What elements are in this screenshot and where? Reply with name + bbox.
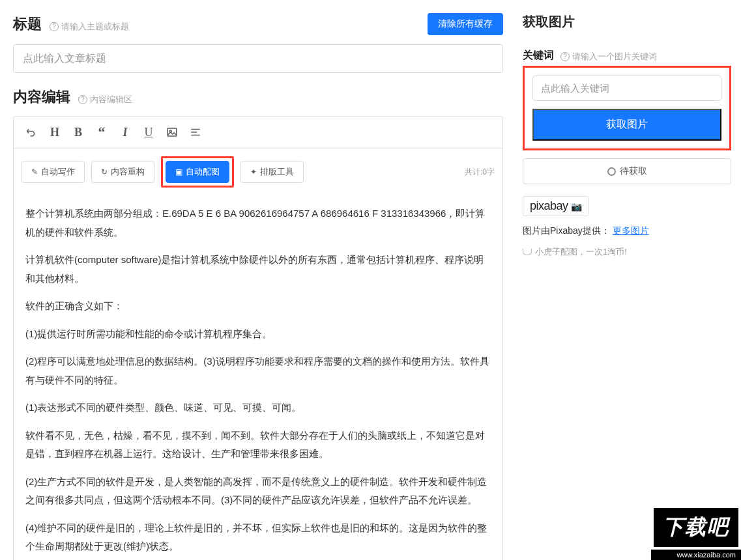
right-panel: 获取图片 关键词 ? 请输入一个图片关键词 获取图片 待获取 pixabay 📷… — [513, 0, 741, 560]
word-count: 共计:0字 — [465, 167, 495, 178]
paragraph: 软件的正确含义如下： — [25, 297, 491, 316]
title-hint: ? 请输入主题或标题 — [50, 21, 129, 33]
paragraph: (2)程序可以满意地处理信息的数据结构。(3)说明程序功能要求和程序需要的文档的… — [25, 352, 491, 389]
fetch-image-heading: 获取图片 — [523, 13, 731, 31]
paragraph: 整个计算机系统由两部分组成：E.69DA 5 E 6 BA 9062616964… — [25, 204, 491, 242]
question-icon: ? — [78, 95, 87, 104]
watermark: 下载吧 www.xiazaiba.com — [651, 505, 741, 560]
auto-image-button[interactable]: ▣自动配图 — [166, 161, 229, 183]
italic-icon[interactable]: I — [115, 123, 135, 141]
undo-icon[interactable] — [22, 123, 41, 141]
watermark-logo: 下载吧 — [651, 505, 741, 550]
content-edit-heading: 内容编辑 — [13, 87, 70, 107]
paragraph: (4)维护不同的硬件是旧的，理论上软件是旧的，并不坏，但实际上软件也是旧的和坏的… — [25, 519, 491, 556]
underline-icon[interactable]: U — [139, 123, 158, 141]
pixabay-badge: pixabay 📷 — [523, 196, 588, 216]
paragraph: (1)提供运行时所需功能和性能的命令或计算机程序集合。 — [25, 325, 491, 344]
paragraph: (2)生产方式不同的软件是开发，是人类智能的高发挥，而不是传统意义上的硬件制造。… — [25, 473, 491, 510]
paragraph: 计算机软件(computer software)是指计算机系统中除硬件以外的所有… — [25, 251, 491, 288]
picture-icon: ▣ — [175, 167, 182, 176]
paragraph: (1)表达形式不同的硬件类型、颜色、味道、可见、可摸、可闻。 — [25, 399, 491, 417]
highlight-box: ▣自动配图 — [161, 156, 234, 188]
question-icon: ? — [560, 52, 570, 61]
fetch-image-button[interactable]: 获取图片 — [532, 109, 721, 141]
format-toolbar: H B “ I U — [14, 117, 502, 148]
keyword-hint: ? 请输入一个图片关键词 — [560, 51, 657, 63]
paragraph: 软件看不见，无色，枯燥，看不见，摸不到，闻不到。软件大部分存在于人们的头脑或纸上… — [25, 427, 491, 464]
image-icon[interactable] — [162, 123, 182, 141]
article-title-input[interactable] — [13, 44, 503, 73]
question-icon: ? — [50, 22, 59, 31]
keyword-input[interactable] — [532, 76, 721, 101]
heading-icon[interactable]: H — [45, 123, 65, 141]
layout-tool-button[interactable]: ✦排版工具 — [240, 161, 304, 183]
keyword-label: 关键词 — [523, 49, 554, 63]
bold-icon[interactable]: B — [68, 123, 88, 141]
tip-line: 小虎子配图，一次1淘币! — [523, 246, 731, 258]
align-icon[interactable] — [186, 123, 205, 141]
keyword-highlight-box: 获取图片 — [523, 66, 731, 150]
image-credit: 图片由Pixabay提供： 更多图片 — [523, 225, 731, 237]
pencil-icon: ✎ — [31, 167, 38, 176]
disk-icon — [523, 249, 532, 255]
auto-write-button[interactable]: ✎自动写作 — [22, 161, 85, 183]
watermark-url: www.xiazaiba.com — [651, 550, 741, 560]
action-toolbar: ✎自动写作 ↻内容重构 ▣自动配图 ✦排版工具 共计:0字 — [14, 148, 502, 195]
editor-content[interactable]: 整个计算机系统由两部分组成：E.69DA 5 E 6 BA 9062616964… — [14, 195, 502, 560]
wand-icon: ✦ — [250, 167, 257, 176]
quote-icon[interactable]: “ — [92, 123, 111, 141]
svg-rect-0 — [167, 128, 177, 136]
pending-status-button[interactable]: 待获取 — [523, 158, 731, 184]
clear-cache-button[interactable]: 清除所有缓存 — [428, 13, 503, 35]
refresh-icon: ↻ — [101, 167, 108, 176]
circle-icon — [607, 167, 616, 176]
left-panel: 标题 ? 请输入主题或标题 清除所有缓存 内容编辑 ? 内容编辑区 H B “ — [0, 0, 513, 560]
content-edit-hint: ? 内容编辑区 — [78, 94, 132, 105]
title-heading: 标题 — [13, 14, 42, 34]
editor-box: H B “ I U ✎自动写作 ↻内容重构 ▣自动配图 ✦排版工具 共计:0字 … — [13, 116, 503, 560]
more-images-link[interactable]: 更多图片 — [613, 225, 649, 236]
restructure-button[interactable]: ↻内容重构 — [91, 161, 154, 183]
camera-icon: 📷 — [571, 201, 582, 212]
